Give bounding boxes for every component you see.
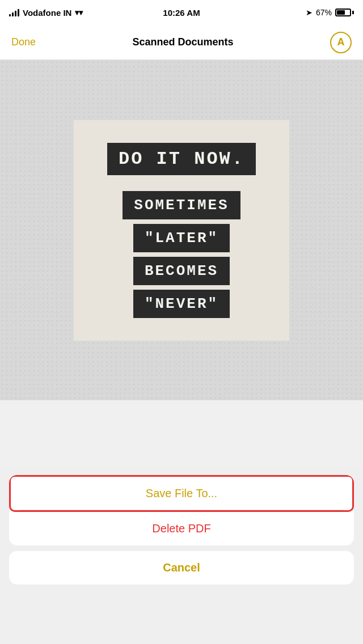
document-preview: DO IT NOW. SOMETIMES "LATER" BECOMES "NE…	[0, 60, 363, 400]
status-bar: Vodafone IN ▾▾ 10:26 AM ➤ 67%	[0, 0, 363, 25]
done-button[interactable]: Done	[11, 36, 36, 48]
doc-line-1: DO IT NOW.	[107, 143, 256, 175]
location-icon: ➤	[306, 8, 313, 17]
page-title: Scanned Documents	[132, 36, 233, 48]
battery-percent: 67%	[316, 8, 332, 17]
delete-pdf-button[interactable]: Delete PDF	[9, 512, 354, 545]
avatar[interactable]: A	[330, 32, 352, 53]
document-content: DO IT NOW. SOMETIMES "LATER" BECOMES "NE…	[74, 120, 289, 341]
status-left: Vodafone IN ▾▾	[9, 8, 83, 18]
wifi-icon: ▾▾	[75, 8, 83, 17]
status-time: 10:26 AM	[163, 8, 200, 18]
carrier-label: Vodafone IN	[23, 8, 71, 18]
signal-icon	[9, 9, 19, 16]
battery-icon	[335, 9, 354, 16]
nav-bar: Done Scanned Documents A	[0, 25, 363, 60]
action-group-main: Save File To... Delete PDF	[9, 475, 354, 545]
doc-line-4: BECOMES	[133, 257, 230, 285]
action-sheet: Save File To... Delete PDF Cancel	[0, 468, 363, 644]
doc-line-3: "LATER"	[133, 224, 230, 252]
status-right: ➤ 67%	[306, 8, 354, 17]
doc-line-5: "NEVER"	[133, 290, 230, 318]
action-group-cancel: Cancel	[9, 551, 354, 584]
doc-line-2: SOMETIMES	[123, 191, 240, 219]
save-file-button[interactable]: Save File To...	[9, 475, 354, 512]
cancel-button[interactable]: Cancel	[9, 551, 354, 584]
